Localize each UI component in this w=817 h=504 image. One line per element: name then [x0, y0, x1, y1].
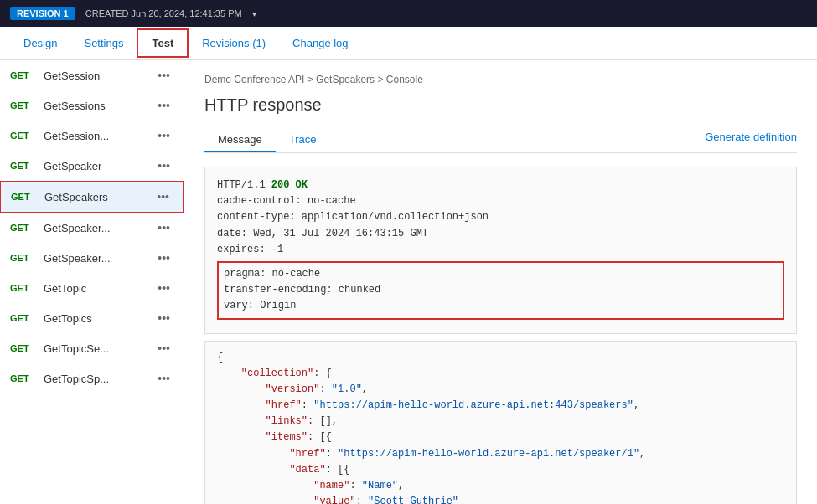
tab-test[interactable]: Test — [137, 28, 189, 58]
json-line: "value": "Scott Guthrie" — [217, 494, 784, 504]
tab-trace[interactable]: Trace — [276, 128, 330, 152]
json-line: "collection": { — [217, 366, 784, 382]
json-line: "items": [{ — [217, 429, 784, 445]
header-line: date: Wed, 31 Jul 2024 16:43:15 GMT — [217, 226, 784, 242]
method-get: GET — [10, 131, 37, 141]
list-item[interactable]: GET GetSpeaker... ••• — [0, 243, 184, 273]
ellipsis-icon[interactable]: ••• — [154, 370, 173, 387]
json-line: "data": [{ — [217, 462, 784, 478]
ellipsis-icon[interactable]: ••• — [154, 219, 173, 236]
ellipsis-icon[interactable]: ••• — [154, 97, 173, 114]
header-line: content-type: application/vnd.collection… — [217, 209, 784, 225]
sub-tab-group: Message Trace — [204, 128, 330, 152]
status-200: 200 OK — [271, 179, 308, 191]
ellipsis-icon[interactable]: ••• — [154, 127, 173, 144]
response-box: HTTP/1.1 200 OK cache-control: no-cache … — [204, 167, 797, 334]
header-line: cache-control: no-cache — [217, 193, 784, 209]
list-item[interactable]: GET GetSpeaker... ••• — [0, 213, 184, 243]
list-item[interactable]: GET GetTopicSe... ••• — [0, 333, 184, 363]
json-line: { — [217, 350, 784, 366]
json-line: "href": "https://apim-hello-world.azure-… — [217, 446, 784, 462]
ellipsis-icon[interactable]: ••• — [154, 157, 173, 174]
method-get: GET — [11, 192, 38, 202]
list-item-selected[interactable]: GET GetSpeakers ••• — [0, 181, 184, 213]
method-get: GET — [10, 223, 37, 233]
highlighted-headers: pragma: no-cache transfer-encoding: chun… — [217, 261, 784, 320]
tab-settings[interactable]: Settings — [70, 30, 137, 56]
api-name: GetSessions — [44, 100, 147, 112]
header-vary: vary: Origin — [224, 298, 778, 314]
tab-revisions[interactable]: Revisions (1) — [189, 30, 279, 56]
ellipsis-icon[interactable]: ••• — [154, 249, 173, 266]
api-name: GetSession... — [44, 130, 147, 142]
ellipsis-icon[interactable]: ••• — [154, 280, 173, 296]
list-item[interactable]: GET GetTopicSp... ••• — [0, 363, 184, 393]
api-name: GetSpeaker... — [44, 222, 147, 234]
method-get: GET — [10, 100, 37, 111]
top-bar: REVISION 1 CREATED Jun 20, 2024, 12:41:3… — [0, 0, 817, 27]
api-name: GetTopicSp... — [44, 373, 147, 385]
api-name: GetSession — [44, 69, 147, 82]
list-item[interactable]: GET GetSession ••• — [0, 60, 184, 90]
json-line: "version": "1.0", — [217, 382, 784, 398]
tab-changelog[interactable]: Change log — [279, 30, 362, 56]
generate-definition-link[interactable]: Generate definition — [705, 131, 797, 150]
header-line: expires: -1 — [217, 242, 784, 258]
method-get: GET — [10, 161, 37, 171]
list-item[interactable]: GET GetTopics ••• — [0, 303, 184, 333]
tab-message[interactable]: Message — [204, 128, 276, 152]
ellipsis-icon[interactable]: ••• — [154, 310, 173, 327]
api-name: GetTopic — [44, 282, 147, 295]
api-name: GetSpeaker... — [44, 252, 147, 265]
sidebar: GET GetSession ••• GET GetSessions ••• G… — [0, 60, 184, 504]
json-line: "name": "Name", — [217, 478, 784, 494]
list-item[interactable]: GET GetSession... ••• — [0, 121, 184, 151]
breadcrumb: Demo Conference API > GetSpeakers > Cons… — [204, 74, 797, 85]
method-get: GET — [10, 283, 37, 293]
method-get: GET — [10, 373, 37, 383]
api-name: GetTopicSe... — [44, 342, 147, 355]
ellipsis-icon[interactable]: ••• — [153, 188, 173, 205]
method-get: GET — [10, 313, 37, 323]
created-text: CREATED Jun 20, 2024, 12:41:35 PM — [85, 8, 242, 18]
sub-tabs: Message Trace Generate definition — [204, 128, 797, 153]
api-name: GetSpeakers — [44, 191, 147, 203]
method-get: GET — [10, 343, 37, 353]
header-pragma: pragma: no-cache — [224, 266, 778, 282]
list-item[interactable]: GET GetSessions ••• — [0, 90, 184, 121]
nav-tabs: Design Settings Test Revisions (1) Chang… — [0, 27, 817, 60]
list-item[interactable]: GET GetTopic ••• — [0, 273, 184, 303]
content-area: Demo Conference API > GetSpeakers > Cons… — [184, 60, 817, 504]
header-transfer: transfer-encoding: chunked — [224, 282, 778, 298]
ellipsis-icon[interactable]: ••• — [154, 340, 173, 357]
revision-badge: REVISION 1 — [10, 7, 75, 20]
api-name: GetSpeaker — [44, 160, 147, 172]
main-layout: GET GetSession ••• GET GetSessions ••• G… — [0, 60, 817, 504]
list-item[interactable]: GET GetSpeaker ••• — [0, 151, 184, 181]
tab-design[interactable]: Design — [10, 30, 70, 56]
method-get: GET — [10, 253, 37, 263]
method-get: GET — [10, 70, 37, 80]
chevron-down-icon[interactable]: ▾ — [252, 9, 256, 18]
json-response-body: { "collection": { "version": "1.0", "hre… — [204, 341, 797, 505]
page-title: HTTP response — [204, 95, 797, 115]
status-line: HTTP/1.1 200 OK — [217, 177, 784, 193]
api-name: GetTopics — [44, 312, 147, 325]
json-line: "links": [], — [217, 414, 784, 429]
json-line: "href": "https://apim-hello-world.azure-… — [217, 398, 784, 414]
ellipsis-icon[interactable]: ••• — [154, 67, 173, 84]
